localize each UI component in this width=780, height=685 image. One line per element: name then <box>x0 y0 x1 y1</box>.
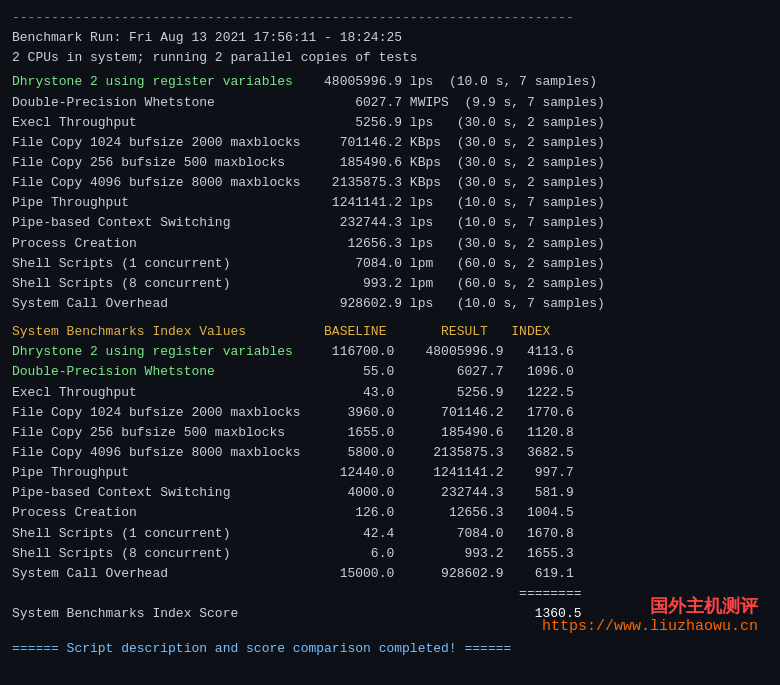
bench-value-9: 7084.0 lpm (60.0 s, 2 samples) <box>308 256 604 271</box>
index-row-2: Execl Throughput 43.0 5256.9 1222.5 <box>12 383 768 403</box>
index-values-11: 15000.0 928602.9 619.1 <box>308 566 573 581</box>
header-line-2: 2 CPUs in system; running 2 parallel cop… <box>12 50 418 65</box>
benchmark-row-7: Pipe-based Context Switching 232744.3 lp… <box>12 213 768 233</box>
index-label-3: File Copy 1024 bufsize 2000 maxblocks <box>12 405 308 420</box>
bench-label-7: Pipe-based Context Switching <box>12 215 308 230</box>
index-row-11: System Call Overhead 15000.0 928602.9 61… <box>12 564 768 584</box>
index-row-1: Double-Precision Whetstone 55.0 6027.7 1… <box>12 362 768 382</box>
bench-value-4: 185490.6 KBps (30.0 s, 2 samples) <box>308 155 604 170</box>
benchmark-row-1: Double-Precision Whetstone 6027.7 MWIPS … <box>12 93 768 113</box>
benchmark-row-9: Shell Scripts (1 concurrent) 7084.0 lpm … <box>12 254 768 274</box>
bench-value-0: 48005996.9 lps (10.0 s, 7 samples) <box>308 74 597 89</box>
bench-label-4: File Copy 256 bufsize 500 maxblocks <box>12 155 308 170</box>
bench-label-10: Shell Scripts (8 concurrent) <box>12 276 308 291</box>
index-row-8: Process Creation 126.0 12656.3 1004.5 <box>12 503 768 523</box>
index-values-10: 6.0 993.2 1655.3 <box>308 546 573 561</box>
index-values-7: 4000.0 232744.3 581.9 <box>308 485 573 500</box>
benchmark-row-10: Shell Scripts (8 concurrent) 993.2 lpm (… <box>12 274 768 294</box>
index-label-4: File Copy 256 bufsize 500 maxblocks <box>12 425 308 440</box>
terminal: ----------------------------------------… <box>12 8 768 659</box>
bench-label-9: Shell Scripts (1 concurrent) <box>12 256 308 271</box>
benchmark-row-0: Dhrystone 2 using register variables 480… <box>12 72 768 92</box>
bench-label-3: File Copy 1024 bufsize 2000 maxblocks <box>12 135 308 150</box>
benchmark-row-4: File Copy 256 bufsize 500 maxblocks 1854… <box>12 153 768 173</box>
index-label-0: Dhrystone 2 using register variables <box>12 344 308 359</box>
bench-value-3: 701146.2 KBps (30.0 s, 2 samples) <box>308 135 604 150</box>
bench-label-6: Pipe Throughput <box>12 195 308 210</box>
index-values-3: 3960.0 701146.2 1770.6 <box>308 405 573 420</box>
bench-value-7: 232744.3 lps (10.0 s, 7 samples) <box>308 215 604 230</box>
index-values-1: 55.0 6027.7 1096.0 <box>308 364 573 379</box>
index-label-11: System Call Overhead <box>12 566 308 581</box>
index-section: System Benchmarks Index Values BASELINE … <box>12 322 768 584</box>
bench-label-5: File Copy 4096 bufsize 8000 maxblocks <box>12 175 308 190</box>
bench-value-5: 2135875.3 KBps (30.0 s, 2 samples) <box>308 175 604 190</box>
benchmark-row-11: System Call Overhead 928602.9 lps (10.0 … <box>12 294 768 314</box>
index-values-2: 43.0 5256.9 1222.5 <box>308 385 573 400</box>
bench-value-8: 12656.3 lps (30.0 s, 2 samples) <box>308 236 604 251</box>
benchmark-section: Dhrystone 2 using register variables 480… <box>12 72 768 314</box>
benchmark-row-5: File Copy 4096 bufsize 8000 maxblocks 21… <box>12 173 768 193</box>
benchmark-row-2: Execl Throughput 5256.9 lps (30.0 s, 2 s… <box>12 113 768 133</box>
bench-value-10: 993.2 lpm (60.0 s, 2 samples) <box>308 276 604 291</box>
index-label-5: File Copy 4096 bufsize 8000 maxblocks <box>12 445 308 460</box>
index-header: System Benchmarks Index Values BASELINE … <box>12 322 768 342</box>
bench-label-2: Execl Throughput <box>12 115 308 130</box>
index-row-3: File Copy 1024 bufsize 2000 maxblocks 39… <box>12 403 768 423</box>
index-values-9: 42.4 7084.0 1670.8 <box>308 526 573 541</box>
bench-label-1: Double-Precision Whetstone <box>12 95 308 110</box>
index-label-8: Process Creation <box>12 505 308 520</box>
benchmark-row-8: Process Creation 12656.3 lps (30.0 s, 2 … <box>12 234 768 254</box>
bench-label-11: System Call Overhead <box>12 296 308 311</box>
bench-label-0: Dhrystone 2 using register variables <box>12 74 308 89</box>
index-row-5: File Copy 4096 bufsize 8000 maxblocks 58… <box>12 443 768 463</box>
bench-label-8: Process Creation <box>12 236 308 251</box>
index-values-0: 116700.0 48005996.9 4113.6 <box>308 344 573 359</box>
separator-line: ----------------------------------------… <box>12 10 574 25</box>
footer-line: ====== Script description and score comp… <box>12 641 511 656</box>
index-values-5: 5800.0 2135875.3 3682.5 <box>308 445 573 460</box>
benchmark-row-3: File Copy 1024 bufsize 2000 maxblocks 70… <box>12 133 768 153</box>
index-values-4: 1655.0 185490.6 1120.8 <box>308 425 573 440</box>
index-label-10: Shell Scripts (8 concurrent) <box>12 546 308 561</box>
watermark-chinese: 国外主机测评 <box>12 594 758 618</box>
index-label-2: Execl Throughput <box>12 385 308 400</box>
index-row-6: Pipe Throughput 12440.0 1241141.2 997.7 <box>12 463 768 483</box>
benchmark-row-6: Pipe Throughput 1241141.2 lps (10.0 s, 7… <box>12 193 768 213</box>
bench-value-6: 1241141.2 lps (10.0 s, 7 samples) <box>308 195 604 210</box>
index-row-4: File Copy 256 bufsize 500 maxblocks 1655… <box>12 423 768 443</box>
bench-value-1: 6027.7 MWIPS (9.9 s, 7 samples) <box>308 95 604 110</box>
index-values-6: 12440.0 1241141.2 997.7 <box>308 465 573 480</box>
header-line-1: Benchmark Run: Fri Aug 13 2021 17:56:11 … <box>12 30 402 45</box>
index-row-9: Shell Scripts (1 concurrent) 42.4 7084.0… <box>12 524 768 544</box>
bench-value-2: 5256.9 lps (30.0 s, 2 samples) <box>308 115 604 130</box>
index-label-6: Pipe Throughput <box>12 465 308 480</box>
index-label-9: Shell Scripts (1 concurrent) <box>12 526 308 541</box>
bench-value-11: 928602.9 lps (10.0 s, 7 samples) <box>308 296 604 311</box>
index-row-0: Dhrystone 2 using register variables 116… <box>12 342 768 362</box>
index-values-8: 126.0 12656.3 1004.5 <box>308 505 573 520</box>
index-row-10: Shell Scripts (8 concurrent) 6.0 993.2 1… <box>12 544 768 564</box>
index-row-7: Pipe-based Context Switching 4000.0 2327… <box>12 483 768 503</box>
index-label-1: Double-Precision Whetstone <box>12 364 308 379</box>
index-label-7: Pipe-based Context Switching <box>12 485 308 500</box>
